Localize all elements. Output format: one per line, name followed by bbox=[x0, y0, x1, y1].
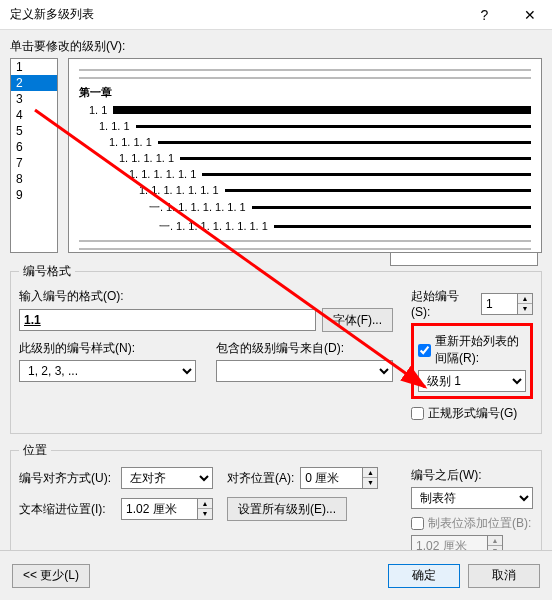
font-button[interactable]: 字体(F)... bbox=[322, 308, 393, 332]
start-at-input[interactable] bbox=[481, 293, 517, 315]
cancel-button[interactable]: 取消 bbox=[468, 564, 540, 588]
follow-number-label: 编号之后(W): bbox=[411, 467, 533, 484]
preview-text-bar bbox=[136, 125, 531, 128]
level-item-6[interactable]: 6 bbox=[11, 139, 57, 155]
restart-highlight-box: 重新开始列表的间隔(R): 级别 1 bbox=[411, 323, 533, 399]
preview-number: 1. 1. 1. 1. 1 bbox=[119, 152, 174, 164]
tabstop-label: 制表位添加位置(B): bbox=[428, 515, 531, 532]
preview-number: 1. 1. 1 bbox=[99, 120, 130, 132]
aligned-at-spinner[interactable]: ▲▼ bbox=[362, 467, 378, 489]
level-item-2[interactable]: 2 bbox=[11, 75, 57, 91]
tabstop-checkbox[interactable] bbox=[411, 517, 424, 530]
format-label: 输入编号的格式(O): bbox=[19, 288, 393, 305]
restart-list-label: 重新开始列表的间隔(R): bbox=[435, 333, 526, 367]
start-at-label: 起始编号(S): bbox=[411, 288, 477, 319]
number-style-select[interactable]: 1, 2, 3, ... bbox=[19, 360, 196, 382]
number-format-legend: 编号格式 bbox=[19, 263, 75, 280]
preview-text-bar bbox=[225, 189, 532, 192]
level-item-5[interactable]: 5 bbox=[11, 123, 57, 139]
preview-pane: 第一章1. 11. 1. 11. 1. 1. 11. 1. 1. 1. 11. … bbox=[68, 58, 542, 253]
close-button[interactable]: ✕ bbox=[507, 0, 552, 30]
title-bar: 定义新多级列表 ? ✕ bbox=[0, 0, 552, 30]
follow-number-select[interactable]: 制表符 bbox=[411, 487, 533, 509]
alignment-label: 编号对齐方式(U): bbox=[19, 470, 115, 487]
position-legend: 位置 bbox=[19, 442, 51, 459]
include-level-select[interactable] bbox=[216, 360, 393, 382]
level-item-4[interactable]: 4 bbox=[11, 107, 57, 123]
number-format-group: 编号格式 输入编号的格式(O): 字体(F)... 此级别的编号样式(N): 1… bbox=[10, 263, 542, 434]
preview-number: 1. 1. 1. 1. 1. 1. 1 bbox=[139, 184, 219, 196]
number-format-input[interactable] bbox=[19, 309, 316, 331]
less-button[interactable]: << 更少(L) bbox=[12, 564, 90, 588]
aligned-at-input[interactable] bbox=[300, 467, 362, 489]
level-item-9[interactable]: 9 bbox=[11, 187, 57, 203]
include-level-label: 包含的级别编号来自(D): bbox=[216, 340, 393, 357]
preview-number: 第一章 bbox=[79, 85, 112, 100]
text-indent-input[interactable] bbox=[121, 498, 197, 520]
legal-numbering-checkbox[interactable] bbox=[411, 407, 424, 420]
level-list-label: 单击要修改的级别(V): bbox=[10, 38, 542, 55]
number-style-label: 此级别的编号样式(N): bbox=[19, 340, 196, 357]
level-item-7[interactable]: 7 bbox=[11, 155, 57, 171]
preview-number: 一. 1. 1. 1. 1. 1. 1. 1 bbox=[149, 200, 246, 215]
legal-numbering-label: 正规形式编号(G) bbox=[428, 405, 517, 422]
preview-number: 1. 1. 1. 1. 1. 1 bbox=[129, 168, 196, 180]
text-indent-label: 文本缩进位置(I): bbox=[19, 501, 115, 518]
alignment-select[interactable]: 左对齐 bbox=[121, 467, 213, 489]
preview-text-bar bbox=[252, 206, 531, 209]
aligned-at-label: 对齐位置(A): bbox=[227, 470, 294, 487]
preview-text-bar bbox=[158, 141, 531, 144]
preview-number: 一. 1. 1. 1. 1. 1. 1. 1. 1 bbox=[159, 219, 268, 234]
restart-list-checkbox[interactable] bbox=[418, 344, 431, 357]
level-item-8[interactable]: 8 bbox=[11, 171, 57, 187]
level-item-1[interactable]: 1 bbox=[11, 59, 57, 75]
preview-number: 1. 1 bbox=[89, 104, 107, 116]
text-indent-spinner[interactable]: ▲▼ bbox=[197, 498, 213, 520]
start-at-spinner[interactable]: ▲▼ bbox=[517, 293, 533, 315]
preview-number: 1. 1. 1. 1 bbox=[109, 136, 152, 148]
preview-text-bar bbox=[274, 225, 531, 228]
level-item-3[interactable]: 3 bbox=[11, 91, 57, 107]
level-listbox[interactable]: 123456789 bbox=[10, 58, 58, 253]
set-all-levels-button[interactable]: 设置所有级别(E)... bbox=[227, 497, 347, 521]
preview-text-bar bbox=[113, 106, 531, 114]
position-group: 位置 编号对齐方式(U): 左对齐 对齐位置(A): ▲▼ 文本缩进位置(I): bbox=[10, 442, 542, 566]
preview-text-bar bbox=[180, 157, 531, 160]
preview-text-bar bbox=[202, 173, 531, 176]
ok-button[interactable]: 确定 bbox=[388, 564, 460, 588]
restart-list-select[interactable]: 级别 1 bbox=[418, 370, 526, 392]
help-button[interactable]: ? bbox=[462, 0, 507, 30]
dialog-footer: << 更少(L) 确定 取消 bbox=[0, 550, 552, 600]
dialog-title: 定义新多级列表 bbox=[10, 6, 462, 23]
